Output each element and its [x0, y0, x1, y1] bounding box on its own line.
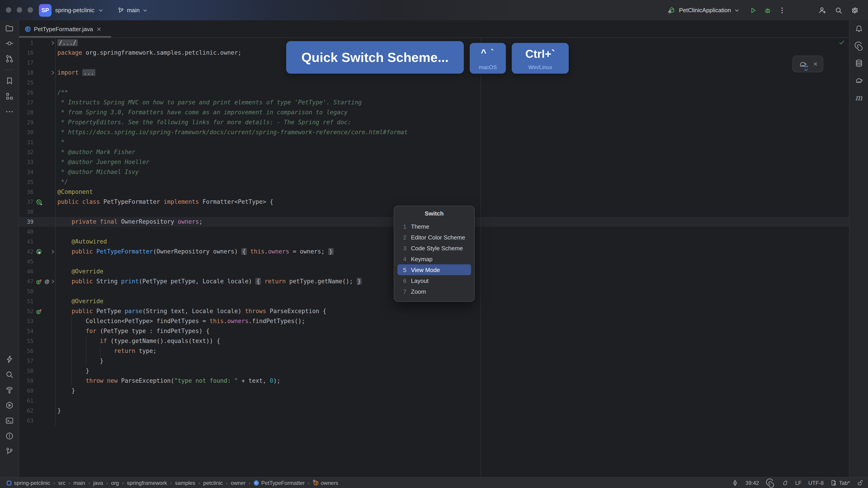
tool-window-button-pull-requests[interactable]: [0, 51, 19, 66]
encoding-widget[interactable]: UTF-8: [808, 480, 824, 486]
debug-button[interactable]: [764, 6, 772, 14]
tool-window-button-gradle[interactable]: [849, 72, 868, 89]
breadcrumb-pettypeformatter[interactable]: CPetTypeFormatter: [254, 480, 305, 486]
caret-position-widget[interactable]: 39:42: [745, 480, 759, 486]
code-text[interactable]: throw new ParseException("type not found…: [55, 376, 849, 386]
unlocked-icon[interactable]: [857, 480, 864, 486]
breadcrumb-springframework[interactable]: springframework: [127, 480, 167, 486]
editor-line-35[interactable]: 35 */: [19, 177, 849, 187]
popup-item-theme[interactable]: 1Theme: [397, 221, 471, 232]
editor-line-29[interactable]: 29 * PropertyEditors. See the following …: [19, 118, 849, 127]
code-text[interactable]: for (PetType type : findPetTypes) {: [55, 326, 849, 336]
editor-line-30[interactable]: 30 * https://docs.spring.io/spring-frame…: [19, 127, 849, 137]
tool-window-button-maven[interactable]: m: [849, 89, 868, 106]
breadcrumb-org[interactable]: org: [111, 480, 119, 486]
minimize-window-button[interactable]: [17, 7, 22, 13]
override-gutter-icon[interactable]: [36, 278, 42, 285]
breadcrumb-samples[interactable]: samples: [175, 480, 195, 486]
editor-line-54[interactable]: 54 for (PetType type : findPetTypes) {: [19, 326, 849, 336]
run-configuration-widget[interactable]: PetClinicApplication: [668, 0, 786, 20]
breadcrumb-src[interactable]: src: [58, 480, 65, 486]
tool-window-button-bookmarks[interactable]: [0, 73, 19, 89]
editor-line-60[interactable]: 60 }: [19, 386, 849, 396]
editor-line-27[interactable]: 27 * Instructs Spring MVC on how to pars…: [19, 98, 849, 107]
code-text[interactable]: }: [55, 386, 849, 396]
breadcrumb-java[interactable]: java: [93, 480, 103, 486]
code-text[interactable]: * Instructs Spring MVC on how to parse a…: [55, 98, 849, 107]
editor-line-33[interactable]: 33 * @author Juergen Hoeller: [19, 157, 849, 167]
code-text[interactable]: * @author Mark Fisher: [55, 147, 849, 157]
editor-line-53[interactable]: 53 Collection<PetType> findPetTypes = th…: [19, 316, 849, 326]
bean-arrow-gutter-icon[interactable]: [36, 249, 42, 255]
tool-window-button-database[interactable]: [849, 55, 868, 72]
line-separator-widget[interactable]: LF: [795, 480, 802, 486]
code-text[interactable]: [55, 416, 849, 426]
gradle-sync-icon[interactable]: [798, 59, 807, 68]
editor-line-31[interactable]: 31 *: [19, 137, 849, 147]
tool-window-button-commit[interactable]: [0, 36, 19, 51]
editor-line-57[interactable]: 57 }: [19, 356, 849, 366]
branch-widget[interactable]: main: [117, 6, 148, 14]
editor-line-28[interactable]: 28 * from Spring 3.0, Formatters have co…: [19, 107, 849, 118]
editor-line-55[interactable]: 55 if (type.getName().equals(text)) {: [19, 336, 849, 346]
code-text[interactable]: * https://docs.spring.io/spring-framewor…: [55, 127, 849, 137]
indent-widget[interactable]: Tab*: [831, 480, 850, 486]
tool-window-button-find[interactable]: [0, 367, 19, 382]
tool-window-button-git[interactable]: [0, 444, 19, 459]
proofread-widget-icon[interactable]: [782, 480, 788, 486]
breadcrumb-spring-petclinic[interactable]: spring-petclinic: [6, 480, 50, 486]
close-icon[interactable]: [96, 26, 101, 31]
tool-window-button-endpoints[interactable]: [0, 352, 19, 367]
code-text[interactable]: [55, 78, 849, 88]
editor-line-62[interactable]: 62}: [19, 406, 849, 416]
more-actions-button[interactable]: [778, 6, 786, 14]
ai-assistant-status-icon[interactable]: [766, 478, 775, 487]
popup-item-code-style-scheme[interactable]: 3Code Style Scheme: [397, 242, 471, 254]
editor-line-34[interactable]: 34 * @author Michael Isvy: [19, 167, 849, 177]
tab-pettypeformatter[interactable]: C PetTypeFormatter.java: [19, 20, 107, 37]
code-text[interactable]: * @author Michael Isvy: [55, 167, 849, 177]
breadcrumb-owner[interactable]: owner: [231, 480, 246, 486]
editor-line-61[interactable]: 61: [19, 396, 849, 406]
code-text[interactable]: * @author Juergen Hoeller: [55, 157, 849, 167]
fold-chevron-icon[interactable]: [50, 249, 56, 254]
editor-line-26[interactable]: 26/**: [19, 88, 849, 98]
tool-window-button-problems[interactable]: [0, 428, 19, 444]
code-text[interactable]: *: [55, 137, 849, 147]
tab-scrollbar[interactable]: [19, 36, 111, 37]
popup-item-layout[interactable]: 6Layout: [397, 275, 471, 286]
editor-line-58[interactable]: 58 }: [19, 366, 849, 376]
editor-line-32[interactable]: 32 * @author Mark Fisher: [19, 147, 849, 157]
code-text[interactable]: return type;: [55, 346, 849, 356]
code-text[interactable]: }: [55, 366, 849, 376]
tool-window-button-terminal[interactable]: [0, 413, 19, 428]
window-controls[interactable]: [6, 7, 33, 13]
popup-item-zoom[interactable]: 7Zoom: [397, 286, 471, 297]
close-icon[interactable]: [813, 61, 817, 66]
code-text[interactable]: public PetType parse(String text, Locale…: [55, 306, 849, 316]
code-text[interactable]: if (type.getName().equals(text)) {: [55, 336, 849, 346]
breadcrumb-owners[interactable]: fowners: [313, 480, 338, 486]
popup-item-editor-color-scheme[interactable]: 2Editor Color Scheme: [397, 232, 471, 242]
code-with-me-button[interactable]: [818, 6, 827, 14]
zoom-window-button[interactable]: [28, 7, 33, 13]
fold-chevron-icon[interactable]: [50, 279, 56, 284]
editor-line-56[interactable]: 56 return type;: [19, 346, 849, 356]
code-text[interactable]: Collection<PetType> findPetTypes = this.…: [55, 316, 849, 326]
bean-gutter-icon[interactable]: [36, 199, 42, 205]
tool-window-button-structure[interactable]: [0, 89, 19, 104]
project-widget[interactable]: SP spring-petclinic main: [39, 0, 148, 20]
fold-chevron-icon[interactable]: [50, 40, 56, 46]
code-text[interactable]: * PropertyEditors. See the following lin…: [55, 118, 849, 127]
run-button[interactable]: [749, 6, 757, 14]
at-gutter-icon[interactable]: @: [44, 278, 50, 285]
code-text[interactable]: }: [55, 406, 849, 416]
tool-window-button-ai-assistant[interactable]: [849, 37, 868, 55]
popup-item-view-mode[interactable]: 5View Mode: [397, 264, 471, 275]
tool-window-button-more-tool-windows[interactable]: [0, 104, 19, 119]
editor-line-52[interactable]: 52 public PetType parse(String text, Loc…: [19, 306, 849, 316]
popup-item-keymap[interactable]: 4Keymap: [397, 254, 471, 264]
breadcrumb-main[interactable]: main: [73, 480, 85, 486]
editor-line-25[interactable]: 25: [19, 78, 849, 88]
tool-window-button-build[interactable]: [0, 382, 19, 398]
